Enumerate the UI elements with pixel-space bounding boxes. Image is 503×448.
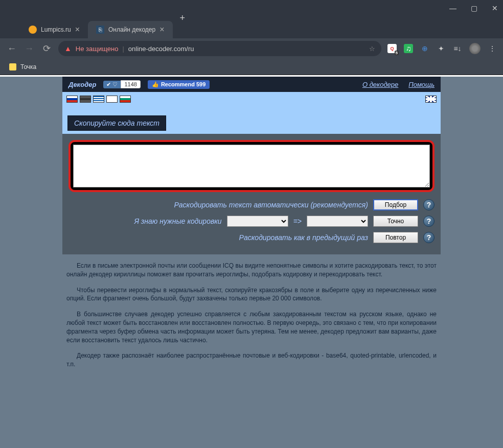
extension-icon-2[interactable]: ♫ <box>404 44 413 53</box>
control-row-auto: Раскодировать текст автоматически (реком… <box>68 199 435 210</box>
tab-title: Lumpics.ru <box>41 26 71 33</box>
section-title: Скопируйте сюда текст <box>67 115 166 131</box>
exact-decode-button[interactable]: Точно <box>373 216 418 227</box>
fb-recommend-button[interactable]: 👍 Recommend 599 <box>148 80 210 89</box>
browser-menu-icon[interactable]: ⋮ <box>488 44 497 53</box>
vk-like-count: 1148 <box>121 80 140 88</box>
address-bar[interactable]: ▲ Не защищено | online-decoder.com/ru ☆ <box>58 41 381 56</box>
known-encodings-label: Я знаю нужные кодировки <box>134 217 221 225</box>
flag-gr-icon[interactable] <box>93 96 104 103</box>
flag-icon[interactable] <box>80 96 91 103</box>
maximize-button[interactable]: ▢ <box>471 4 477 12</box>
forward-button[interactable]: → <box>24 43 35 54</box>
flag-icon[interactable] <box>120 96 131 103</box>
reload-button[interactable]: ⟳ <box>41 43 52 54</box>
thumbs-up-icon: 👍 <box>152 81 159 88</box>
repeat-decode-label: Раскодировать как в предыдущий раз <box>239 233 368 242</box>
arrow-label: => <box>293 217 302 225</box>
auto-decode-label: Раскодировать текст автоматически (реком… <box>174 201 368 209</box>
target-encoding-select[interactable] <box>307 216 368 227</box>
extension-icon-3[interactable]: ⊕ <box>420 44 429 53</box>
close-tab-icon[interactable]: × <box>159 25 164 34</box>
bookmark-star-icon[interactable]: ☆ <box>369 45 375 53</box>
site-topbar: Декодер ✔ ♡ 1148 👍 Recommend 599 О декод… <box>62 77 441 92</box>
paragraph: Чтобы перевести иероглифы в нормальный т… <box>66 286 437 303</box>
auto-decode-button[interactable]: Подбор <box>373 199 418 210</box>
decoder-form: Раскодировать текст автоматически (реком… <box>62 134 441 254</box>
vk-like-button: ✔ ♡ <box>103 81 121 88</box>
help-icon[interactable]: ? <box>423 199 435 210</box>
divider: | <box>122 45 124 53</box>
description-text: Если в письме электронной почты или сооб… <box>62 254 441 383</box>
page-viewport: Декодер ✔ ♡ 1148 👍 Recommend 599 О декод… <box>0 77 503 448</box>
paragraph: В большинстве случаев декодер успешно сп… <box>66 310 437 344</box>
flag-ru-icon[interactable] <box>66 96 78 103</box>
address-bar-row: ← → ⟳ ▲ Не защищено | online-decoder.com… <box>0 38 503 59</box>
bookmark-item[interactable]: Точка <box>20 63 36 70</box>
paragraph: Декодер также распознаёт наиболее распро… <box>66 351 437 369</box>
favicon-lumpics <box>29 26 37 34</box>
source-encoding-select[interactable] <box>227 216 288 227</box>
extensions-menu-icon[interactable]: ✦ <box>437 44 446 53</box>
vk-like-widget[interactable]: ✔ ♡ 1148 <box>103 80 141 88</box>
browser-tab-2[interactable]: ⎘ Онлайн декодер × <box>88 21 172 38</box>
tab-title: Онлайн декодер <box>108 26 155 33</box>
help-icon[interactable]: ? <box>423 232 435 243</box>
help-link[interactable]: Помощь <box>408 81 435 88</box>
bookmarks-bar: Точка <box>0 59 503 75</box>
minimize-button[interactable]: — <box>449 4 456 12</box>
section-header-bar: Скопируйте сюда текст <box>62 106 441 134</box>
extension-icon-1[interactable]: Q5 <box>387 44 397 53</box>
close-tab-icon[interactable]: × <box>75 25 80 34</box>
control-row-repeat: Раскодировать как в предыдущий раз Повто… <box>68 232 435 243</box>
flag-uk-icon[interactable] <box>425 96 437 103</box>
language-flags-row <box>62 92 441 106</box>
new-tab-button[interactable]: + <box>173 13 193 23</box>
input-textarea[interactable] <box>73 145 430 187</box>
profile-avatar[interactable] <box>469 43 481 54</box>
repeat-decode-button[interactable]: Повтор <box>373 232 418 243</box>
close-window-button[interactable]: ✕ <box>492 4 498 12</box>
back-button[interactable]: ← <box>6 43 17 54</box>
site-logo[interactable]: Декодер <box>68 81 96 88</box>
warning-icon: ▲ <box>64 44 72 53</box>
about-link[interactable]: О декодере <box>362 81 398 88</box>
control-row-encodings: Я знаю нужные кодировки => Точно ? <box>68 216 435 227</box>
favicon-decoder: ⎘ <box>96 26 104 34</box>
bookmark-folder-icon <box>9 63 16 70</box>
url-text: online-decoder.com/ru <box>128 45 194 53</box>
flag-il-icon[interactable] <box>106 96 118 103</box>
reading-list-icon[interactable]: ≡↓ <box>453 44 462 53</box>
textarea-highlight-frame <box>68 140 435 192</box>
security-warning: Не защищено <box>76 45 119 53</box>
paragraph: Если в письме электронной почты или сооб… <box>66 262 437 279</box>
window-titlebar: — ▢ ✕ Lumpics.ru × ⎘ Онлайн декодер × + <box>0 0 503 38</box>
help-icon[interactable]: ? <box>423 216 435 227</box>
browser-tab-1[interactable]: Lumpics.ru × <box>20 21 88 38</box>
